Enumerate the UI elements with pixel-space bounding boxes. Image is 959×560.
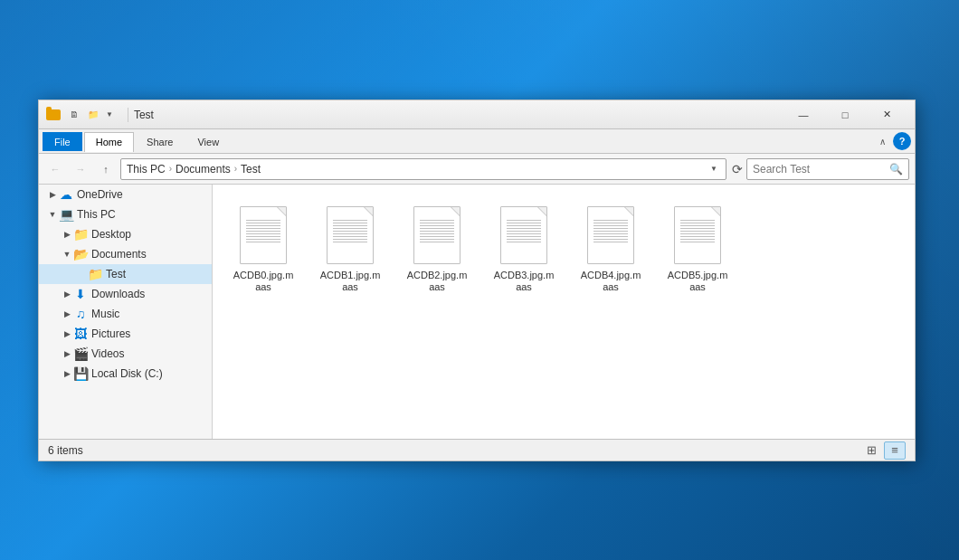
file-icon bbox=[584, 203, 638, 268]
file-line bbox=[420, 242, 454, 242]
list-view-button[interactable]: ≡ bbox=[884, 441, 906, 460]
file-line bbox=[420, 233, 454, 234]
onedrive-icon: ☁ bbox=[59, 187, 73, 202]
qat-properties-button[interactable]: 🗎 bbox=[66, 107, 82, 123]
ribbon: File Home Share View ∧ ? bbox=[39, 129, 915, 154]
main-area: ▶ ☁ OneDrive ▼ 💻 This PC ▶ 📁 Desktop ▼ 📂… bbox=[39, 185, 915, 439]
file-item-file3[interactable]: ACDB3.jpg.maas bbox=[488, 199, 560, 297]
file-line bbox=[246, 242, 280, 242]
qat-dropdown-button[interactable]: ▼ bbox=[104, 109, 115, 120]
file-line bbox=[507, 236, 541, 237]
breadcrumb-thispc[interactable]: This PC bbox=[127, 163, 166, 176]
file-line bbox=[333, 239, 367, 240]
tree-toggle-documents[interactable]: ▼ bbox=[61, 250, 73, 259]
sidebar-item-test[interactable]: 📁 Test bbox=[39, 264, 212, 284]
file-line bbox=[680, 228, 715, 229]
sidebar-item-desktop[interactable]: ▶ 📁 Desktop bbox=[39, 224, 212, 244]
file-line bbox=[507, 220, 541, 221]
refresh-button[interactable]: ⟳ bbox=[732, 162, 743, 176]
file-line bbox=[246, 220, 280, 221]
file-item-file4[interactable]: ACDB4.jpg.maas bbox=[574, 199, 647, 297]
tab-file[interactable]: File bbox=[43, 132, 82, 151]
sidebar-item-videos[interactable]: ▶ 🎬 Videos bbox=[39, 344, 212, 364]
file-icon bbox=[497, 203, 551, 268]
tree-toggle-onedrive[interactable]: ▶ bbox=[46, 190, 59, 199]
file-line bbox=[680, 236, 715, 237]
back-button[interactable]: ← bbox=[44, 158, 66, 180]
file-line bbox=[246, 233, 280, 234]
sidebar-label-downloads: Downloads bbox=[91, 288, 145, 300]
file-line bbox=[420, 231, 454, 232]
file-name: ACDB2.jpg.maas bbox=[404, 270, 470, 293]
address-dropdown-button[interactable]: ▼ bbox=[707, 165, 720, 173]
file-doc bbox=[327, 206, 374, 264]
documents-folder-icon: 📂 bbox=[73, 247, 88, 261]
sidebar-item-localdisk[interactable]: ▶ 💾 Local Disk (C:) bbox=[39, 364, 212, 384]
search-icon[interactable]: 🔍 bbox=[889, 163, 903, 176]
file-line bbox=[593, 236, 628, 237]
grid-view-button[interactable]: ⊞ bbox=[860, 441, 882, 460]
help-button[interactable]: ? bbox=[893, 132, 911, 150]
file-doc bbox=[587, 206, 634, 264]
file-line bbox=[680, 231, 715, 232]
ribbon-collapse-button[interactable]: ∧ bbox=[876, 133, 889, 150]
pictures-icon: 🖼 bbox=[73, 327, 88, 341]
computer-icon: 💻 bbox=[59, 207, 73, 222]
tree-toggle-desktop[interactable]: ▶ bbox=[61, 230, 73, 239]
tree-toggle-localdisk[interactable]: ▶ bbox=[61, 369, 73, 378]
breadcrumb: This PC › Documents › Test bbox=[127, 163, 707, 176]
file-line bbox=[593, 220, 628, 221]
file-icon bbox=[670, 203, 725, 268]
file-area: ACDB0.jpg.maas ACDB1.jpg.maas ACDB2.jpg.… bbox=[213, 185, 915, 439]
search-box[interactable]: 🔍 bbox=[746, 158, 909, 180]
file-line bbox=[333, 228, 367, 229]
desktop-folder-icon: 📁 bbox=[73, 227, 88, 242]
item-count: 6 items bbox=[48, 444, 860, 457]
tree-toggle-thispc[interactable]: ▼ bbox=[46, 210, 59, 219]
file-doc bbox=[674, 206, 721, 264]
file-line bbox=[680, 223, 715, 223]
sidebar: ▶ ☁ OneDrive ▼ 💻 This PC ▶ 📁 Desktop ▼ 📂… bbox=[39, 185, 213, 439]
quick-access-toolbar: 🗎 📁 ▼ bbox=[66, 107, 115, 123]
file-line bbox=[420, 225, 454, 226]
forward-button[interactable]: → bbox=[70, 158, 91, 180]
file-name: ACDB4.jpg.maas bbox=[578, 270, 643, 293]
file-item-file0[interactable]: ACDB0.jpg.maas bbox=[227, 199, 299, 297]
tab-home[interactable]: Home bbox=[84, 132, 134, 152]
breadcrumb-test[interactable]: Test bbox=[241, 163, 261, 176]
file-line bbox=[593, 228, 628, 229]
file-line bbox=[507, 239, 541, 240]
sidebar-item-onedrive[interactable]: ▶ ☁ OneDrive bbox=[39, 185, 212, 204]
file-doc bbox=[413, 206, 461, 264]
sidebar-item-thispc[interactable]: ▼ 💻 This PC bbox=[39, 204, 212, 224]
minimize-button[interactable]: — bbox=[783, 100, 824, 129]
breadcrumb-arrow-1: › bbox=[169, 164, 172, 174]
file-line bbox=[420, 228, 454, 229]
tree-toggle-pictures[interactable]: ▶ bbox=[61, 329, 73, 338]
tab-share[interactable]: Share bbox=[135, 132, 185, 151]
file-line bbox=[593, 242, 628, 242]
close-button[interactable]: ✕ bbox=[866, 100, 907, 129]
up-button[interactable]: ↑ bbox=[95, 158, 117, 180]
file-line bbox=[680, 225, 715, 226]
sidebar-item-downloads[interactable]: ▶ ⬇ Downloads bbox=[39, 284, 212, 304]
maximize-button[interactable]: □ bbox=[824, 100, 866, 129]
qat-newfolder-button[interactable]: 📁 bbox=[85, 107, 101, 123]
file-line bbox=[507, 228, 541, 229]
search-input[interactable] bbox=[753, 163, 889, 176]
file-item-file2[interactable]: ACDB2.jpg.maas bbox=[401, 199, 473, 297]
file-item-file5[interactable]: ACDB5.jpg.maas bbox=[661, 199, 734, 297]
tree-toggle-downloads[interactable]: ▶ bbox=[61, 289, 73, 299]
file-item-file1[interactable]: ACDB1.jpg.maas bbox=[314, 199, 386, 297]
tab-view[interactable]: View bbox=[185, 132, 231, 151]
sidebar-item-pictures[interactable]: ▶ 🖼 Pictures bbox=[39, 324, 212, 344]
tree-toggle-music[interactable]: ▶ bbox=[61, 309, 73, 318]
view-controls: ⊞ ≡ bbox=[860, 441, 906, 460]
tree-toggle-videos[interactable]: ▶ bbox=[61, 349, 73, 358]
breadcrumb-documents[interactable]: Documents bbox=[176, 163, 231, 176]
address-input[interactable]: This PC › Documents › Test ▼ bbox=[120, 158, 726, 180]
title-bar: 🗎 📁 ▼ Test — □ ✕ bbox=[39, 100, 915, 129]
sidebar-item-documents[interactable]: ▼ 📂 Documents bbox=[39, 244, 212, 264]
sidebar-item-music[interactable]: ▶ ♫ Music bbox=[39, 304, 212, 324]
file-line bbox=[680, 242, 715, 242]
